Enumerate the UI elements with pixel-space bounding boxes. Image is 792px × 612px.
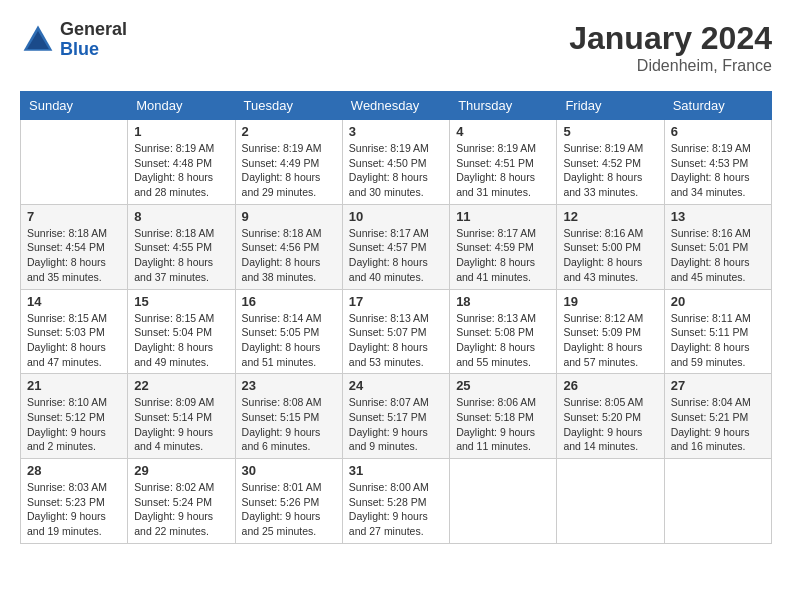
day-info: Sunrise: 8:18 AM Sunset: 4:56 PM Dayligh… xyxy=(242,226,336,285)
day-number: 27 xyxy=(671,378,765,393)
table-row: 1Sunrise: 8:19 AM Sunset: 4:48 PM Daylig… xyxy=(128,120,235,205)
table-row: 11Sunrise: 8:17 AM Sunset: 4:59 PM Dayli… xyxy=(450,204,557,289)
day-number: 10 xyxy=(349,209,443,224)
logo-general: General xyxy=(60,20,127,40)
day-number: 12 xyxy=(563,209,657,224)
day-info: Sunrise: 8:08 AM Sunset: 5:15 PM Dayligh… xyxy=(242,395,336,454)
header-sunday: Sunday xyxy=(21,92,128,120)
day-number: 24 xyxy=(349,378,443,393)
table-row: 14Sunrise: 8:15 AM Sunset: 5:03 PM Dayli… xyxy=(21,289,128,374)
day-info: Sunrise: 8:04 AM Sunset: 5:21 PM Dayligh… xyxy=(671,395,765,454)
calendar-week-row: 28Sunrise: 8:03 AM Sunset: 5:23 PM Dayli… xyxy=(21,459,772,544)
header-thursday: Thursday xyxy=(450,92,557,120)
day-number: 28 xyxy=(27,463,121,478)
header-monday: Monday xyxy=(128,92,235,120)
day-info: Sunrise: 8:09 AM Sunset: 5:14 PM Dayligh… xyxy=(134,395,228,454)
day-info: Sunrise: 8:18 AM Sunset: 4:55 PM Dayligh… xyxy=(134,226,228,285)
day-number: 21 xyxy=(27,378,121,393)
day-info: Sunrise: 8:16 AM Sunset: 5:01 PM Dayligh… xyxy=(671,226,765,285)
day-info: Sunrise: 8:19 AM Sunset: 4:53 PM Dayligh… xyxy=(671,141,765,200)
day-info: Sunrise: 8:00 AM Sunset: 5:28 PM Dayligh… xyxy=(349,480,443,539)
table-row: 28Sunrise: 8:03 AM Sunset: 5:23 PM Dayli… xyxy=(21,459,128,544)
day-info: Sunrise: 8:12 AM Sunset: 5:09 PM Dayligh… xyxy=(563,311,657,370)
logo: General Blue xyxy=(20,20,127,60)
day-number: 26 xyxy=(563,378,657,393)
table-row: 10Sunrise: 8:17 AM Sunset: 4:57 PM Dayli… xyxy=(342,204,449,289)
table-row: 17Sunrise: 8:13 AM Sunset: 5:07 PM Dayli… xyxy=(342,289,449,374)
day-number: 17 xyxy=(349,294,443,309)
day-info: Sunrise: 8:19 AM Sunset: 4:48 PM Dayligh… xyxy=(134,141,228,200)
day-info: Sunrise: 8:16 AM Sunset: 5:00 PM Dayligh… xyxy=(563,226,657,285)
header-friday: Friday xyxy=(557,92,664,120)
day-number: 20 xyxy=(671,294,765,309)
day-number: 4 xyxy=(456,124,550,139)
header-saturday: Saturday xyxy=(664,92,771,120)
day-info: Sunrise: 8:03 AM Sunset: 5:23 PM Dayligh… xyxy=(27,480,121,539)
table-row: 20Sunrise: 8:11 AM Sunset: 5:11 PM Dayli… xyxy=(664,289,771,374)
day-number: 23 xyxy=(242,378,336,393)
day-number: 6 xyxy=(671,124,765,139)
day-info: Sunrise: 8:19 AM Sunset: 4:52 PM Dayligh… xyxy=(563,141,657,200)
table-row: 27Sunrise: 8:04 AM Sunset: 5:21 PM Dayli… xyxy=(664,374,771,459)
logo-blue: Blue xyxy=(60,40,127,60)
day-info: Sunrise: 8:13 AM Sunset: 5:07 PM Dayligh… xyxy=(349,311,443,370)
day-number: 8 xyxy=(134,209,228,224)
day-info: Sunrise: 8:05 AM Sunset: 5:20 PM Dayligh… xyxy=(563,395,657,454)
day-number: 7 xyxy=(27,209,121,224)
day-number: 29 xyxy=(134,463,228,478)
day-number: 22 xyxy=(134,378,228,393)
day-number: 15 xyxy=(134,294,228,309)
table-row: 5Sunrise: 8:19 AM Sunset: 4:52 PM Daylig… xyxy=(557,120,664,205)
table-row: 8Sunrise: 8:18 AM Sunset: 4:55 PM Daylig… xyxy=(128,204,235,289)
header-wednesday: Wednesday xyxy=(342,92,449,120)
day-number: 19 xyxy=(563,294,657,309)
day-number: 31 xyxy=(349,463,443,478)
day-info: Sunrise: 8:18 AM Sunset: 4:54 PM Dayligh… xyxy=(27,226,121,285)
header-tuesday: Tuesday xyxy=(235,92,342,120)
day-info: Sunrise: 8:10 AM Sunset: 5:12 PM Dayligh… xyxy=(27,395,121,454)
calendar-header-row: Sunday Monday Tuesday Wednesday Thursday… xyxy=(21,92,772,120)
location: Didenheim, France xyxy=(569,57,772,75)
day-number: 16 xyxy=(242,294,336,309)
table-row: 6Sunrise: 8:19 AM Sunset: 4:53 PM Daylig… xyxy=(664,120,771,205)
day-info: Sunrise: 8:19 AM Sunset: 4:51 PM Dayligh… xyxy=(456,141,550,200)
table-row xyxy=(450,459,557,544)
calendar-week-row: 21Sunrise: 8:10 AM Sunset: 5:12 PM Dayli… xyxy=(21,374,772,459)
calendar-week-row: 7Sunrise: 8:18 AM Sunset: 4:54 PM Daylig… xyxy=(21,204,772,289)
page-header: General Blue January 2024 Didenheim, Fra… xyxy=(20,20,772,75)
day-number: 14 xyxy=(27,294,121,309)
day-info: Sunrise: 8:17 AM Sunset: 4:57 PM Dayligh… xyxy=(349,226,443,285)
day-number: 25 xyxy=(456,378,550,393)
table-row: 26Sunrise: 8:05 AM Sunset: 5:20 PM Dayli… xyxy=(557,374,664,459)
day-info: Sunrise: 8:19 AM Sunset: 4:49 PM Dayligh… xyxy=(242,141,336,200)
day-number: 18 xyxy=(456,294,550,309)
calendar-week-row: 1Sunrise: 8:19 AM Sunset: 4:48 PM Daylig… xyxy=(21,120,772,205)
table-row: 2Sunrise: 8:19 AM Sunset: 4:49 PM Daylig… xyxy=(235,120,342,205)
day-info: Sunrise: 8:14 AM Sunset: 5:05 PM Dayligh… xyxy=(242,311,336,370)
calendar-table: Sunday Monday Tuesday Wednesday Thursday… xyxy=(20,91,772,544)
table-row: 25Sunrise: 8:06 AM Sunset: 5:18 PM Dayli… xyxy=(450,374,557,459)
table-row: 31Sunrise: 8:00 AM Sunset: 5:28 PM Dayli… xyxy=(342,459,449,544)
table-row: 21Sunrise: 8:10 AM Sunset: 5:12 PM Dayli… xyxy=(21,374,128,459)
day-number: 11 xyxy=(456,209,550,224)
table-row xyxy=(664,459,771,544)
table-row: 30Sunrise: 8:01 AM Sunset: 5:26 PM Dayli… xyxy=(235,459,342,544)
table-row: 23Sunrise: 8:08 AM Sunset: 5:15 PM Dayli… xyxy=(235,374,342,459)
day-info: Sunrise: 8:19 AM Sunset: 4:50 PM Dayligh… xyxy=(349,141,443,200)
table-row xyxy=(557,459,664,544)
day-info: Sunrise: 8:15 AM Sunset: 5:03 PM Dayligh… xyxy=(27,311,121,370)
day-info: Sunrise: 8:07 AM Sunset: 5:17 PM Dayligh… xyxy=(349,395,443,454)
day-info: Sunrise: 8:13 AM Sunset: 5:08 PM Dayligh… xyxy=(456,311,550,370)
table-row: 7Sunrise: 8:18 AM Sunset: 4:54 PM Daylig… xyxy=(21,204,128,289)
day-number: 30 xyxy=(242,463,336,478)
day-number: 1 xyxy=(134,124,228,139)
day-info: Sunrise: 8:17 AM Sunset: 4:59 PM Dayligh… xyxy=(456,226,550,285)
table-row: 12Sunrise: 8:16 AM Sunset: 5:00 PM Dayli… xyxy=(557,204,664,289)
month-title: January 2024 xyxy=(569,20,772,57)
day-info: Sunrise: 8:02 AM Sunset: 5:24 PM Dayligh… xyxy=(134,480,228,539)
day-info: Sunrise: 8:06 AM Sunset: 5:18 PM Dayligh… xyxy=(456,395,550,454)
table-row: 4Sunrise: 8:19 AM Sunset: 4:51 PM Daylig… xyxy=(450,120,557,205)
day-number: 3 xyxy=(349,124,443,139)
table-row: 29Sunrise: 8:02 AM Sunset: 5:24 PM Dayli… xyxy=(128,459,235,544)
title-block: January 2024 Didenheim, France xyxy=(569,20,772,75)
